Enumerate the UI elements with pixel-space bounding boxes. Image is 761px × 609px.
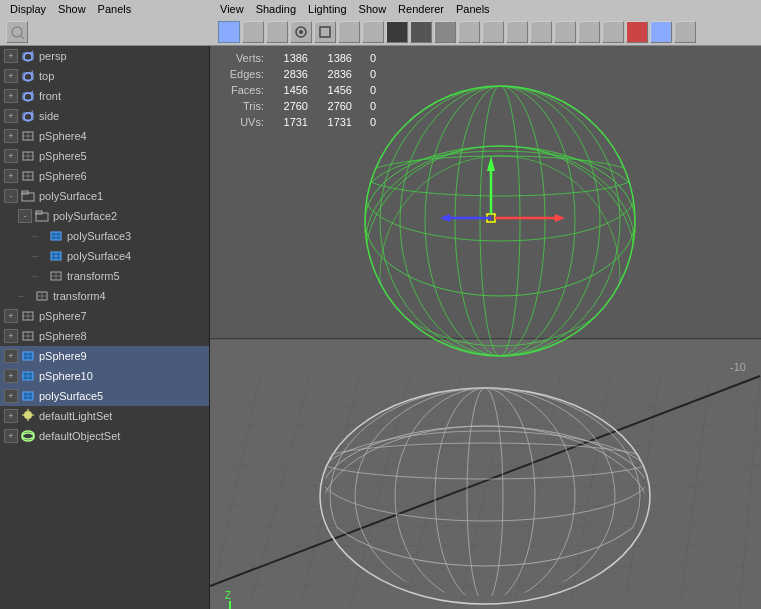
expand-btn[interactable]: + — [4, 369, 18, 383]
outliner-item-side[interactable]: +side — [0, 106, 209, 126]
outliner-item-pSphere5[interactable]: +pSphere5 — [0, 146, 209, 166]
svg-point-57 — [24, 411, 32, 419]
item-label: transform4 — [53, 290, 106, 302]
neg10-label: -10 — [730, 361, 746, 373]
item-icon — [20, 48, 36, 64]
toolbar-vp-btn-12[interactable] — [482, 21, 504, 43]
toolbar-vp-btn-10[interactable] — [434, 21, 456, 43]
menu-renderer[interactable]: Renderer — [392, 3, 450, 15]
expand-btn[interactable]: + — [4, 109, 18, 123]
outliner-item-polySurface3[interactable]: ─polySurface3 — [0, 226, 209, 246]
outliner-item-polySurface2[interactable]: -polySurface2 — [0, 206, 209, 226]
item-label: pSphere4 — [39, 130, 87, 142]
viewport-panel: Verts: 1386 1386 0 Edges: 2836 2836 0 Fa… — [210, 46, 761, 609]
menu-panels[interactable]: Panels — [92, 3, 138, 15]
viewport-canvas[interactable]: Verts: 1386 1386 0 Edges: 2836 2836 0 Fa… — [210, 46, 761, 609]
toolbar-vp-btn-5[interactable] — [314, 21, 336, 43]
outliner-item-transform4[interactable]: ─transform4 — [0, 286, 209, 306]
menu-show[interactable]: Show — [52, 3, 92, 15]
expand-btn[interactable]: + — [4, 89, 18, 103]
menu-panels-vp[interactable]: Panels — [450, 3, 496, 15]
item-icon — [20, 168, 36, 184]
menu-view[interactable]: View — [214, 3, 250, 15]
item-label: pSphere7 — [39, 310, 87, 322]
outliner-item-polySurface5[interactable]: +polySurface5 — [0, 386, 209, 406]
item-icon — [34, 208, 50, 224]
item-label: persp — [39, 50, 67, 62]
outliner-item-polySurface1[interactable]: -polySurface1 — [0, 186, 209, 206]
toolbar — [0, 18, 761, 46]
expand-btn[interactable]: + — [4, 349, 18, 363]
expand-btn[interactable]: + — [4, 169, 18, 183]
expand-btn[interactable]: + — [4, 149, 18, 163]
menu-show-vp[interactable]: Show — [353, 3, 393, 15]
outliner-item-pSphere6[interactable]: +pSphere6 — [0, 166, 209, 186]
toolbar-vp-btn-2[interactable] — [242, 21, 264, 43]
outliner-item-pSphere8[interactable]: +pSphere8 — [0, 326, 209, 346]
toolbar-vp-btn-6[interactable] — [338, 21, 360, 43]
toolbar-vp-btn-16[interactable] — [578, 21, 600, 43]
toolbar-vp-btn-11[interactable] — [458, 21, 480, 43]
toolbar-vp-btn-14[interactable] — [530, 21, 552, 43]
collapse-btn[interactable]: - — [18, 209, 32, 223]
item-icon — [48, 268, 64, 284]
expand-btn[interactable]: + — [4, 429, 18, 443]
outliner-item-transform5[interactable]: ─transform5 — [0, 266, 209, 286]
toolbar-vp-btn-17[interactable] — [602, 21, 624, 43]
expand-btn[interactable]: + — [4, 389, 18, 403]
outliner-panel: +persp+top+front+side+pSphere4+pSphere5+… — [0, 46, 210, 609]
expand-btn[interactable]: + — [4, 69, 18, 83]
outliner-item-pSphere7[interactable]: +pSphere7 — [0, 306, 209, 326]
expand-btn[interactable]: + — [4, 129, 18, 143]
item-label: polySurface3 — [67, 230, 131, 242]
expand-btn[interactable]: + — [4, 329, 18, 343]
item-icon — [20, 88, 36, 104]
menu-display[interactable]: Display — [4, 3, 52, 15]
tree-line: ─ — [32, 231, 46, 241]
item-icon — [20, 348, 36, 364]
tree-line: ─ — [18, 291, 32, 301]
item-label: polySurface2 — [53, 210, 117, 222]
item-icon — [20, 328, 36, 344]
toolbar-vp-btn-13[interactable] — [506, 21, 528, 43]
outliner-item-pSphere4[interactable]: +pSphere4 — [0, 126, 209, 146]
item-icon — [20, 188, 36, 204]
expand-btn[interactable]: + — [4, 309, 18, 323]
toolbar-vp-btn-3[interactable] — [266, 21, 288, 43]
toolbar-vp-btn-4[interactable] — [290, 21, 312, 43]
item-icon — [20, 308, 36, 324]
outliner-item-polySurface4[interactable]: ─polySurface4 — [0, 246, 209, 266]
toolbar-btn-1[interactable] — [6, 21, 28, 43]
menu-bar: Display Show Panels View Shading Lightin… — [0, 0, 761, 18]
toolbar-vp-btn-7[interactable] — [362, 21, 384, 43]
viewport-svg: -10 persp Z X — [210, 46, 761, 609]
toolbar-vp-btn-1[interactable] — [218, 21, 240, 43]
expand-btn[interactable]: + — [4, 409, 18, 423]
item-label: polySurface4 — [67, 250, 131, 262]
outliner-item-pSphere9[interactable]: +pSphere9 — [0, 346, 209, 366]
item-icon — [48, 228, 64, 244]
toolbar-vp-btn-8[interactable] — [386, 21, 408, 43]
item-icon — [34, 288, 50, 304]
outliner-item-defaultLightSet[interactable]: +defaultLightSet — [0, 406, 209, 426]
toolbar-vp-btn-9[interactable] — [410, 21, 432, 43]
outliner-item-top[interactable]: +top — [0, 66, 209, 86]
menu-lighting[interactable]: Lighting — [302, 3, 353, 15]
toolbar-vp-btn-19[interactable] — [650, 21, 672, 43]
outliner-item-front[interactable]: +front — [0, 86, 209, 106]
svg-text:Z: Z — [225, 590, 231, 601]
item-label: pSphere10 — [39, 370, 93, 382]
outliner-item-defaultObjectSet[interactable]: +defaultObjectSet — [0, 426, 209, 446]
svg-line-1 — [20, 35, 24, 39]
expand-btn[interactable]: + — [4, 49, 18, 63]
outliner-item-persp[interactable]: +persp — [0, 46, 209, 66]
toolbar-vp-btn-15[interactable] — [554, 21, 576, 43]
menu-shading[interactable]: Shading — [250, 3, 302, 15]
item-label: front — [39, 90, 61, 102]
toolbar-vp-btn-18[interactable] — [626, 21, 648, 43]
tree-line: ─ — [32, 251, 46, 261]
outliner-item-pSphere10[interactable]: +pSphere10 — [0, 366, 209, 386]
collapse-btn[interactable]: - — [4, 189, 18, 203]
toolbar-vp-btn-20[interactable] — [674, 21, 696, 43]
item-icon — [20, 108, 36, 124]
